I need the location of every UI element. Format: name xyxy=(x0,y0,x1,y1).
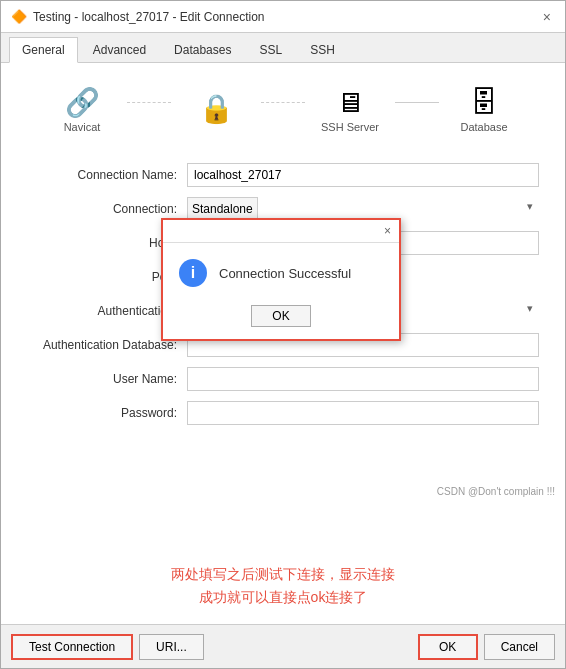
dialog-body: i Connection Successful xyxy=(163,243,399,299)
ssh-server-icon: 🖥 xyxy=(336,89,364,117)
tab-bar: General Advanced Databases SSL SSH xyxy=(1,33,565,63)
diagram-line-3 xyxy=(395,102,439,103)
app-icon: 🔶 xyxy=(11,9,27,25)
tab-ssh[interactable]: SSH xyxy=(297,37,348,62)
watermark: CSDN @Don't complain !!! xyxy=(437,486,555,497)
form-row-password: Password: xyxy=(27,401,539,425)
form-row-username: User Name: xyxy=(27,367,539,391)
username-input[interactable] xyxy=(187,367,539,391)
diagram-node-db: 🗄 Database xyxy=(439,89,529,133)
test-connection-button[interactable]: Test Connection xyxy=(11,634,133,660)
annotation-area: 两处填写之后测试下连接，显示连接 成功就可以直接点ok连接了 xyxy=(1,547,565,624)
password-input[interactable] xyxy=(187,401,539,425)
bottom-bar: Test Connection URI... OK Cancel xyxy=(1,624,565,668)
lock-icon: 🔒 xyxy=(199,95,234,123)
ssh-server-label: SSH Server xyxy=(321,121,379,133)
bottom-left-buttons: Test Connection URI... xyxy=(11,634,204,660)
annotation-text: 两处填写之后测试下连接，显示连接 成功就可以直接点ok连接了 xyxy=(171,566,395,604)
diagram-line-1 xyxy=(127,102,171,103)
dialog-message: Connection Successful xyxy=(219,266,351,281)
tab-general[interactable]: General xyxy=(9,37,78,63)
tab-content-general: 🔗 Navicat 🔒 🖥 SSH Server 🗄 Database Co xyxy=(1,63,565,547)
title-bar-left: 🔶 Testing - localhost_27017 - Edit Conne… xyxy=(11,9,264,25)
connection-label: Connection: xyxy=(27,202,187,216)
connection-diagram: 🔗 Navicat 🔒 🖥 SSH Server 🗄 Database xyxy=(17,79,549,143)
bottom-right-buttons: OK Cancel xyxy=(418,634,555,660)
info-icon: i xyxy=(179,259,207,287)
database-label: Database xyxy=(460,121,507,133)
dialog-close-button[interactable]: × xyxy=(384,224,391,238)
window-title: Testing - localhost_27017 - Edit Connect… xyxy=(33,10,264,24)
form-row-connection-name: Connection Name: xyxy=(27,163,539,187)
title-bar: 🔶 Testing - localhost_27017 - Edit Conne… xyxy=(1,1,565,33)
username-label: User Name: xyxy=(27,372,187,386)
cancel-button[interactable]: Cancel xyxy=(484,634,555,660)
tab-databases[interactable]: Databases xyxy=(161,37,244,62)
connection-success-dialog: × i Connection Successful OK xyxy=(161,218,401,341)
database-icon: 🗄 xyxy=(470,89,498,117)
tab-ssl[interactable]: SSL xyxy=(246,37,295,62)
dialog-title-bar: × xyxy=(163,220,399,243)
dialog-ok-button[interactable]: OK xyxy=(251,305,311,327)
navicat-label: Navicat xyxy=(64,121,101,133)
tab-advanced[interactable]: Advanced xyxy=(80,37,159,62)
diagram-node-navicat: 🔗 Navicat xyxy=(37,89,127,133)
connection-name-input[interactable] xyxy=(187,163,539,187)
diagram-node-ssh: 🖥 SSH Server xyxy=(305,89,395,133)
dialog-footer: OK xyxy=(163,299,399,339)
window-close-button[interactable]: × xyxy=(539,9,555,25)
diagram-line-2 xyxy=(261,102,305,103)
main-window: 🔶 Testing - localhost_27017 - Edit Conne… xyxy=(0,0,566,669)
navicat-icon: 🔗 xyxy=(65,89,100,117)
ok-button[interactable]: OK xyxy=(418,634,478,660)
diagram-node-lock: 🔒 xyxy=(171,95,261,127)
uri-button[interactable]: URI... xyxy=(139,634,204,660)
password-label: Password: xyxy=(27,406,187,420)
connection-name-label: Connection Name: xyxy=(27,168,187,182)
